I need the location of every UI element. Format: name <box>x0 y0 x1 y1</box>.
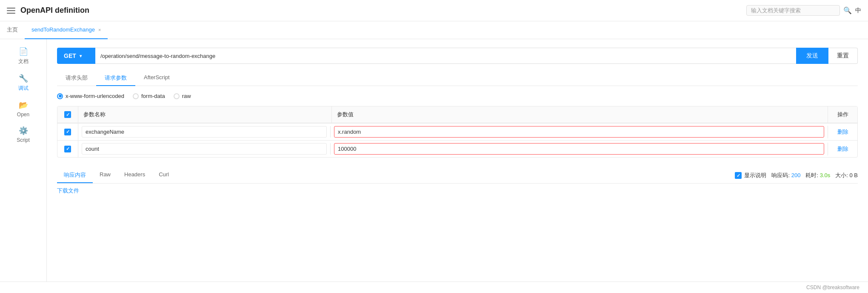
row1-action: 删除 <box>828 126 857 138</box>
show-desc-checkbox[interactable] <box>735 172 742 179</box>
row2-name-input[interactable] <box>82 143 327 155</box>
header-name: 参数名称 <box>78 106 331 123</box>
tab-home-label: 主页 <box>7 26 18 34</box>
sidebar-item-open[interactable]: 📂 Open <box>0 96 46 122</box>
row1-name-input[interactable] <box>82 126 327 138</box>
response-time-item: 耗时: 3.0s <box>805 172 830 179</box>
response-size-value: 0 B <box>849 172 858 178</box>
row1-check[interactable] <box>57 124 78 140</box>
tabs-bar: 主页 sendToRandomExchange × <box>0 21 868 39</box>
table-row: 删除 <box>57 123 857 140</box>
download-file-link[interactable]: 下载文件 <box>57 187 79 195</box>
hamburger-menu[interactable] <box>7 8 15 14</box>
tab-request-headers[interactable]: 请求头部 <box>57 71 96 86</box>
debug-icon: 🔧 <box>19 74 28 83</box>
sidebar-item-debug-label: 调试 <box>18 85 29 92</box>
response-time-label: 耗时: <box>805 172 818 178</box>
header-action: 操作 <box>828 106 857 123</box>
row2-delete-button[interactable]: 删除 <box>837 146 848 152</box>
response-code-label: 响应码: <box>771 172 790 178</box>
params-table-header: 参数名称 参数值 操作 <box>57 106 857 123</box>
send-button[interactable]: 发送 <box>796 48 828 64</box>
radio-raw-label: raw <box>182 93 191 99</box>
radio-urlencoded-circle <box>57 93 63 99</box>
radio-formdata-label: form-data <box>141 93 165 99</box>
method-button[interactable]: GET ▼ <box>57 48 95 64</box>
content-area: GET ▼ 发送 重置 请求头部 请求参数 AfterScript x-www-… <box>47 39 868 293</box>
tab-home[interactable]: 主页 <box>0 21 25 39</box>
radio-raw[interactable]: raw <box>174 93 191 99</box>
radio-urlencoded-label: x-www-form-urlencoded <box>66 93 124 99</box>
row2-action: 删除 <box>828 143 857 155</box>
header-check <box>57 107 78 122</box>
radio-form-urlencoded[interactable]: x-www-form-urlencoded <box>57 93 124 99</box>
radio-form-data[interactable]: form-data <box>133 93 165 99</box>
language-button[interactable]: 中 <box>855 7 861 14</box>
sidebar-item-doc-label: 文档 <box>18 58 29 65</box>
tab-response-curl[interactable]: Curl <box>152 168 176 183</box>
search-icon[interactable]: 🔍 <box>843 6 852 14</box>
params-table: 参数名称 参数值 操作 删除 <box>57 106 858 158</box>
method-dropdown-arrow: ▼ <box>79 54 83 58</box>
row1-value-input[interactable] <box>334 126 824 138</box>
show-desc-checkbox-wrap[interactable]: 显示说明 <box>735 172 766 179</box>
reset-button[interactable]: 重置 <box>828 48 858 64</box>
row1-checkbox[interactable] <box>64 129 71 135</box>
tab-response-headers[interactable]: Headers <box>117 168 152 183</box>
header-checkbox[interactable] <box>64 111 71 118</box>
response-meta: 显示说明 响应码: 200 耗时: 3.0s 大小: 0 B <box>735 172 858 179</box>
header-value: 参数值 <box>331 106 828 123</box>
method-label: GET <box>64 52 76 59</box>
search-input[interactable] <box>746 5 840 16</box>
open-icon: 📂 <box>19 101 28 110</box>
response-code-value: 200 <box>791 172 801 178</box>
table-row: 删除 <box>57 140 857 157</box>
tab-response-content[interactable]: 响应内容 <box>57 168 93 183</box>
sidebar-item-script[interactable]: ⚙️ Script <box>0 122 46 147</box>
response-size-label: 大小: <box>835 172 848 178</box>
sidebar-item-open-label: Open <box>17 112 29 118</box>
doc-icon: 📄 <box>19 47 28 56</box>
response-tabs: 响应内容 Raw Headers Curl <box>57 168 176 183</box>
body-type-radio-group: x-www-form-urlencoded form-data raw <box>57 93 858 99</box>
show-desc-label: 显示说明 <box>744 172 766 179</box>
row2-name-cell <box>78 141 330 157</box>
row2-value-input[interactable] <box>334 143 824 155</box>
url-bar: GET ▼ 发送 重置 <box>57 48 858 64</box>
tab-active[interactable]: sendToRandomExchange × <box>25 21 108 39</box>
row2-value-cell <box>330 143 828 155</box>
tab-close-icon[interactable]: × <box>98 27 101 32</box>
response-section: 响应内容 Raw Headers Curl 显示说明 响应码: 200 <box>57 168 858 195</box>
sidebar-item-debug[interactable]: 🔧 调试 <box>0 69 46 96</box>
footer-text: CSDN @breaksoftware <box>806 284 859 290</box>
main-layout: 📄 文档 🔧 调试 📂 Open ⚙️ Script GET ▼ 发送 重置 <box>0 39 868 293</box>
request-tabs: 请求头部 请求参数 AfterScript <box>57 71 858 86</box>
top-bar: OpenAPI definition 🔍 中 <box>0 0 868 21</box>
tab-response-raw[interactable]: Raw <box>93 168 117 183</box>
app-title: OpenAPI definition <box>20 6 89 15</box>
row1-name-cell <box>78 124 330 140</box>
sidebar: 📄 文档 🔧 调试 📂 Open ⚙️ Script <box>0 39 47 293</box>
top-bar-right: 🔍 中 <box>746 5 861 16</box>
tab-afterscript[interactable]: AfterScript <box>135 71 178 86</box>
row2-checkbox[interactable] <box>64 146 71 152</box>
response-tabs-bar: 响应内容 Raw Headers Curl 显示说明 响应码: 200 <box>57 168 858 183</box>
radio-raw-circle <box>174 93 180 99</box>
top-bar-left: OpenAPI definition <box>7 6 89 15</box>
script-icon: ⚙️ <box>19 126 28 135</box>
url-input[interactable] <box>95 48 796 64</box>
row1-delete-button[interactable]: 删除 <box>837 129 848 135</box>
tab-request-params[interactable]: 请求参数 <box>96 71 135 86</box>
response-code-item: 响应码: 200 <box>771 172 800 179</box>
footer-bar: CSDN @breaksoftware <box>0 282 868 293</box>
sidebar-item-script-label: Script <box>17 137 30 143</box>
row2-check[interactable] <box>57 141 78 157</box>
sidebar-item-doc[interactable]: 📄 文档 <box>0 43 46 69</box>
radio-formdata-circle <box>133 93 139 99</box>
response-time-value: 3.0s <box>820 172 831 178</box>
row1-value-cell <box>330 126 828 138</box>
response-size-item: 大小: 0 B <box>835 172 858 179</box>
tab-active-label: sendToRandomExchange <box>31 26 95 33</box>
